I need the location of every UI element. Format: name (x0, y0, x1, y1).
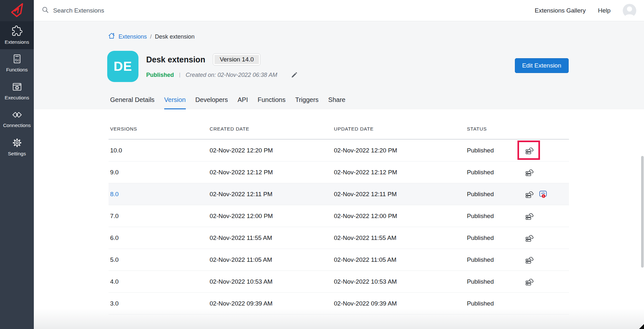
sidebar-item-label: Connections (3, 123, 31, 128)
vertical-scrollbar-thumb[interactable] (641, 156, 644, 268)
table-row[interactable]: 5.0 02-Nov-2022 11:05 AM 02-Nov-2022 11:… (109, 249, 569, 271)
updated-date-cell: 02-Nov-2022 12:12 PM (334, 169, 467, 176)
status-cell: Published (467, 278, 525, 285)
updated-date-cell: 02-Nov-2022 12:20 PM (334, 147, 467, 154)
svg-text:!: ! (543, 195, 544, 198)
created-date-cell: 02-Nov-2022 10:53 AM (210, 278, 334, 285)
edit-pencil-icon[interactable] (291, 71, 298, 78)
version-cell[interactable]: 4.0 (110, 278, 210, 285)
search-bar (42, 6, 535, 15)
sidebar-item-label: Settings (8, 151, 26, 157)
puzzle-icon (12, 25, 23, 36)
table-row[interactable]: 4.0 02-Nov-2022 10:53 AM 02-Nov-2022 10:… (109, 271, 569, 293)
table-row[interactable]: 3.0 02-Nov-2022 09:39 AM 02-Nov-2022 09:… (109, 293, 569, 315)
status-cell: Published (467, 213, 525, 220)
mouse-cursor (637, 322, 644, 329)
column-header-versions: VERSIONS (110, 126, 210, 132)
tab-developers[interactable]: Developers (195, 96, 228, 109)
updated-date-cell: 02-Nov-2022 12:00 PM (334, 213, 467, 220)
updated-date-cell: 02-Nov-2022 11:05 AM (334, 256, 467, 263)
code-error-icon[interactable]: </> ! (539, 190, 547, 198)
versions-table: VERSIONS CREATED DATE UPDATED DATE STATU… (109, 109, 569, 315)
version-cell[interactable]: 6.0 (110, 234, 210, 242)
brand-logo[interactable] (0, 0, 34, 21)
sidebar-item-settings[interactable]: Settings (0, 133, 34, 161)
linked-diamonds-icon (12, 110, 23, 120)
version-selector-value: Version 14.0 (214, 55, 259, 64)
created-date-cell: 02-Nov-2022 12:12 PM (210, 169, 334, 176)
tab-bar: General Details Version Developers API F… (110, 96, 346, 109)
status-cell: Published (467, 169, 525, 176)
cloud-archive-icon[interactable] (525, 255, 534, 264)
column-header-updated-date: UPDATED DATE (334, 126, 467, 132)
tab-api[interactable]: API (238, 96, 248, 109)
version-cell[interactable]: 5.0 (110, 256, 210, 263)
table-row[interactable]: 6.0 02-Nov-2022 11:55 AM 02-Nov-2022 11:… (109, 227, 569, 249)
table-row[interactable]: 10.0 02-Nov-2022 12:20 PM 02-Nov-2022 12… (109, 140, 569, 161)
version-cell[interactable]: 7.0 (110, 213, 210, 220)
created-date-cell: 02-Nov-2022 11:55 AM (210, 234, 334, 242)
created-date-cell: 02-Nov-2022 12:00 PM (210, 213, 334, 220)
cloud-archive-icon[interactable] (525, 190, 534, 198)
cloud-archive-icon[interactable] (525, 277, 534, 286)
tab-share[interactable]: Share (328, 96, 345, 109)
updated-date-cell: 02-Nov-2022 09:39 AM (334, 300, 467, 307)
versions-table-header: VERSIONS CREATED DATE UPDATED DATE STATU… (109, 109, 569, 140)
table-row[interactable]: 7.0 02-Nov-2022 12:00 PM 02-Nov-2022 12:… (109, 205, 569, 227)
home-icon[interactable] (108, 32, 115, 41)
help-link[interactable]: Help (598, 7, 611, 14)
version-selector[interactable]: Version 14.0 (213, 53, 260, 66)
app-window: Extensions f(x) Functions (0, 0, 644, 329)
cloud-archive-icon[interactable] (525, 146, 534, 155)
entity-header: DE Desk extension Version 14.0 Published… (107, 51, 569, 82)
cloud-archive-icon[interactable] (525, 168, 534, 177)
version-cell[interactable]: 9.0 (110, 169, 210, 176)
updated-date-cell: 02-Nov-2022 10:53 AM (334, 278, 467, 285)
cloud-archive-icon[interactable] (525, 233, 534, 242)
status-cell: Published (467, 256, 525, 263)
extensions-gallery-link[interactable]: Extensions Gallery (535, 7, 586, 14)
svg-text:f(x): f(x) (15, 59, 19, 62)
page-header: Extensions / Desk extension DE Desk exte… (34, 21, 644, 109)
edit-extension-button[interactable]: Edit Extension (515, 58, 569, 73)
breadcrumb-current: Desk extension (155, 33, 194, 40)
status-cell: Published (467, 147, 525, 154)
user-avatar[interactable] (623, 4, 636, 17)
sidebar-nav: Extensions f(x) Functions (0, 21, 34, 161)
tab-triggers[interactable]: Triggers (295, 96, 319, 109)
status-cell: Published (467, 191, 525, 198)
status-badge: Published (146, 72, 174, 78)
meta-separator: | (179, 72, 180, 78)
topbar: Extensions Gallery Help (34, 0, 644, 21)
sidebar-item-label: Extensions (5, 39, 29, 45)
tab-functions[interactable]: Functions (258, 96, 286, 109)
created-date-cell: 02-Nov-2022 12:11 PM (210, 191, 334, 198)
sidebar-item-label: Functions (6, 67, 28, 73)
breadcrumb: Extensions / Desk extension (108, 32, 194, 41)
sidebar-item-functions[interactable]: f(x) Functions (0, 49, 34, 77)
version-table-body: 10.0 02-Nov-2022 12:20 PM 02-Nov-2022 12… (109, 140, 569, 315)
table-row[interactable]: 8.0 02-Nov-2022 12:11 PM 02-Nov-2022 12:… (109, 183, 569, 205)
created-date-cell: 02-Nov-2022 11:05 AM (210, 256, 334, 263)
version-cell[interactable]: 10.0 (110, 147, 210, 154)
sidebar-item-extensions[interactable]: Extensions (0, 21, 34, 49)
search-input[interactable] (53, 7, 246, 14)
tab-version[interactable]: Version (164, 96, 186, 109)
window-gear-icon (12, 82, 22, 92)
created-on-text: Created on: 02-Nov-2022 06:38 AM (185, 72, 277, 78)
version-cell[interactable]: 3.0 (110, 300, 210, 307)
gear-icon (12, 138, 22, 148)
sidebar: Extensions f(x) Functions (0, 0, 34, 329)
search-icon (42, 6, 49, 15)
breadcrumb-extensions-link[interactable]: Extensions (118, 33, 147, 40)
cloud-archive-icon[interactable] (525, 212, 534, 220)
function-doc-icon: f(x) (12, 54, 22, 64)
sidebar-item-executions[interactable]: Executions (0, 77, 34, 105)
breadcrumb-separator: / (150, 33, 152, 40)
updated-date-cell: 02-Nov-2022 12:11 PM (334, 191, 467, 198)
version-cell[interactable]: 8.0 (110, 191, 210, 198)
sidebar-item-connections[interactable]: Connections (0, 105, 34, 133)
sigma-arrow-logo-icon (8, 1, 26, 20)
table-row[interactable]: 9.0 02-Nov-2022 12:12 PM 02-Nov-2022 12:… (109, 161, 569, 183)
tab-general-details[interactable]: General Details (110, 96, 155, 109)
